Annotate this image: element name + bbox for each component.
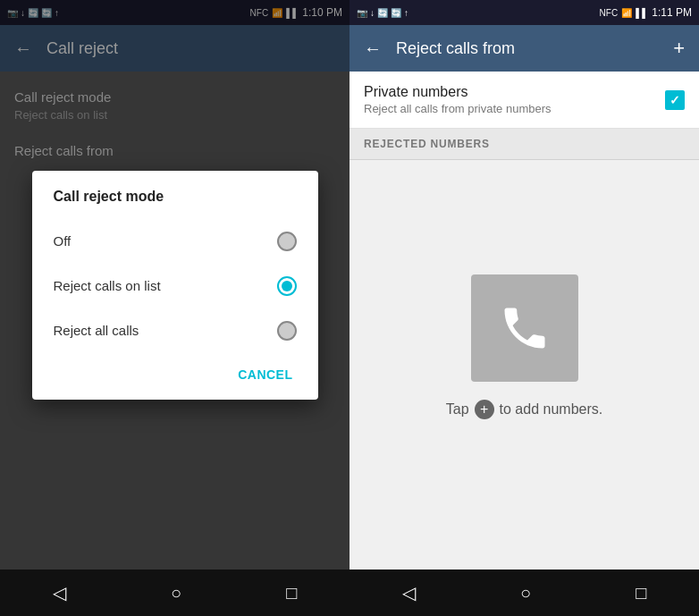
nav-home-left[interactable]: ○	[153, 576, 199, 611]
add-number-button[interactable]: +	[673, 37, 685, 60]
status-bar-right-right: NFC 📶 ▌▌ 1:11 PM	[600, 6, 692, 19]
dialog-actions: CANCEL	[32, 353, 318, 392]
call-reject-mode-dialog: Call reject mode Off Reject calls on lis…	[32, 171, 318, 400]
bottom-nav-left: ◁ ○ □	[0, 570, 350, 616]
radio-reject-all[interactable]	[277, 321, 297, 341]
add-icon-label: +	[480, 401, 488, 418]
upload-icon-r: ↑	[404, 8, 408, 18]
nfc-icon-r: NFC	[600, 8, 619, 18]
radio-off[interactable]	[277, 232, 297, 251]
status-icons-right: 📷 ↓ 🔄 🔄 ↑	[357, 8, 408, 18]
phone-icon	[498, 301, 552, 355]
dialog-title: Call reject mode	[32, 189, 318, 219]
time-right: 1:11 PM	[652, 6, 692, 19]
add-circle-icon: +	[475, 400, 494, 419]
right-content: Private numbers Reject all calls from pr…	[350, 72, 699, 570]
download-icon-r: ↓	[370, 8, 375, 18]
dialog-option-reject-list[interactable]: Reject calls on list	[32, 264, 318, 308]
wifi-icon-r: 📶	[621, 8, 632, 18]
private-numbers-title: Private numbers	[364, 84, 665, 100]
private-numbers-checkbox[interactable]	[665, 90, 685, 110]
back-button-right[interactable]: ←	[364, 38, 382, 59]
status-bar-right: 📷 ↓ 🔄 🔄 ↑ NFC 📶 ▌▌ 1:11 PM	[350, 0, 699, 25]
private-numbers-row[interactable]: Private numbers Reject all calls from pr…	[350, 72, 699, 129]
toolbar-right: ← Reject calls from +	[350, 25, 699, 72]
nav-home-right[interactable]: ○	[502, 576, 549, 611]
nav-back-left[interactable]: ◁	[35, 575, 84, 611]
dialog-option-reject-all[interactable]: Reject all calls	[32, 308, 318, 353]
nav-recent-right[interactable]: □	[618, 576, 664, 611]
empty-text-before: Tap	[446, 401, 469, 418]
toolbar-title-right: Reject calls from	[396, 39, 659, 58]
radio-reject-list[interactable]	[277, 276, 297, 296]
signal-icon-r: ▌▌	[636, 8, 648, 18]
sync2-icon-r: 🔄	[391, 8, 401, 18]
sync-icon-r: 🔄	[377, 8, 388, 18]
rejected-numbers-header: REJECTED NUMBERS	[350, 129, 699, 160]
empty-text-after: to add numbers.	[500, 401, 603, 418]
radio-inner-selected	[282, 281, 292, 291]
option-off-label: Off	[54, 233, 72, 249]
private-numbers-text: Private numbers Reject all calls from pr…	[364, 84, 665, 115]
option-reject-list-label: Reject calls on list	[54, 278, 161, 293]
empty-state: Tap + to add numbers.	[350, 160, 699, 570]
left-panel: 📷 ↓ 🔄 🔄 ↑ NFC 📶 ▌▌ 1:10 PM ← Call reject…	[0, 0, 350, 616]
dialog-overlay: Call reject mode Off Reject calls on lis…	[0, 0, 350, 570]
empty-state-text: Tap + to add numbers.	[446, 400, 602, 419]
bottom-nav-right: ◁ ○ □	[350, 570, 699, 616]
right-panel: 📷 ↓ 🔄 🔄 ↑ NFC 📶 ▌▌ 1:11 PM ← Reject call…	[350, 0, 699, 616]
camera-icon-r: 📷	[357, 8, 367, 18]
option-reject-all-label: Reject all calls	[54, 323, 139, 338]
cancel-button[interactable]: CANCEL	[227, 360, 303, 389]
nav-recent-left[interactable]: □	[268, 576, 315, 611]
nav-back-right[interactable]: ◁	[384, 575, 434, 611]
dialog-option-off[interactable]: Off	[32, 219, 318, 264]
private-numbers-subtitle: Reject all calls from private numbers	[364, 102, 665, 115]
phone-icon-container	[471, 274, 578, 382]
